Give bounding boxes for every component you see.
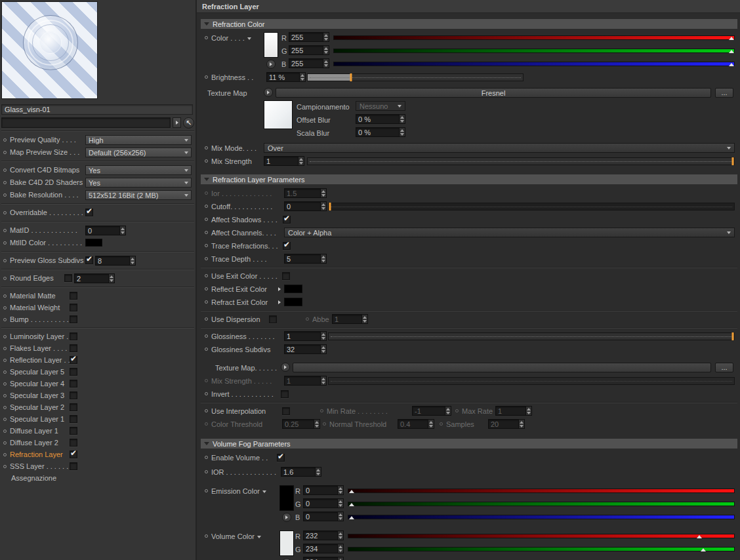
trace-refractions-checkbox[interactable] bbox=[283, 242, 291, 250]
keyframe-dot[interactable] bbox=[3, 359, 7, 362]
refract-exit-color-swatch[interactable] bbox=[284, 298, 302, 306]
spinner-arrows-icon[interactable] bbox=[320, 345, 326, 353]
spinner-arrows-icon[interactable] bbox=[108, 274, 114, 283]
keyframe-dot[interactable] bbox=[3, 294, 7, 298]
keyframe-dot[interactable] bbox=[205, 36, 208, 39]
slider-marker-icon[interactable] bbox=[701, 548, 706, 551]
keyframe-dot[interactable] bbox=[3, 181, 7, 184]
offset-blur-stepper[interactable]: 0 % bbox=[356, 114, 405, 124]
spinner-arrows-icon[interactable] bbox=[119, 226, 125, 235]
volume-ior-stepper[interactable]: 1.6 bbox=[281, 467, 321, 477]
keyframe-dot[interactable] bbox=[3, 347, 7, 350]
emission-color-swatch[interactable] bbox=[279, 485, 294, 511]
expand-button[interactable] bbox=[173, 117, 181, 128]
min-rate-stepper[interactable]: -1 bbox=[412, 406, 451, 416]
material-weight-checkbox[interactable] bbox=[70, 304, 77, 311]
keyframe-dot[interactable] bbox=[455, 409, 459, 412]
invert-checkbox[interactable] bbox=[281, 390, 289, 398]
sss-layer-checkbox[interactable] bbox=[70, 462, 77, 470]
spinner-arrows-icon[interactable] bbox=[129, 256, 135, 265]
volume-r-stepper[interactable]: 232 bbox=[303, 530, 344, 540]
b-value-stepper[interactable]: 255 bbox=[289, 58, 329, 68]
trace-depth-stepper[interactable]: 5 bbox=[284, 254, 327, 264]
spinner-arrows-icon[interactable] bbox=[320, 189, 326, 197]
bump-checkbox[interactable] bbox=[70, 315, 77, 323]
spinner-arrows-icon[interactable] bbox=[525, 407, 531, 415]
glossiness-slider[interactable] bbox=[328, 332, 735, 340]
ior-stepper[interactable]: 1.5 bbox=[284, 188, 327, 198]
keyframe-dot[interactable] bbox=[3, 318, 7, 321]
expand-triangle-icon[interactable] bbox=[278, 300, 281, 304]
preview-gloss-stepper[interactable]: 8 bbox=[95, 256, 136, 266]
spinner-arrows-icon[interactable] bbox=[337, 499, 343, 508]
keyframe-dot[interactable] bbox=[3, 382, 7, 386]
keyframe-dot[interactable] bbox=[3, 229, 7, 232]
spinner-arrows-icon[interactable] bbox=[323, 33, 329, 41]
specular-layer3-checkbox[interactable] bbox=[70, 391, 77, 399]
keyframe-dot[interactable] bbox=[205, 274, 208, 277]
pick-object-button[interactable]: ↖ bbox=[183, 117, 194, 129]
spinner-arrows-icon[interactable] bbox=[337, 512, 343, 521]
section-header-parameters[interactable]: Refraction Layer Parameters bbox=[201, 174, 737, 184]
shader-thumbnail[interactable] bbox=[264, 100, 293, 129]
mix-strength-stepper[interactable]: 1 bbox=[264, 156, 304, 166]
use-interpolation-checkbox[interactable] bbox=[282, 407, 290, 415]
texture2-options-button[interactable] bbox=[281, 363, 290, 372]
spinner-arrows-icon[interactable] bbox=[518, 420, 524, 428]
keyframe-dot[interactable] bbox=[205, 456, 208, 459]
volume-r-slider[interactable] bbox=[348, 534, 735, 538]
flakes-layer-checkbox[interactable] bbox=[70, 344, 77, 352]
sampling-select[interactable]: Nessuno bbox=[356, 101, 405, 111]
g-gradient-slider[interactable] bbox=[333, 49, 735, 53]
mix-strength2-slider[interactable] bbox=[328, 377, 735, 385]
color-options-button[interactable] bbox=[266, 60, 276, 69]
texture-options-button[interactable] bbox=[264, 88, 273, 97]
keyframe-dot[interactable] bbox=[205, 317, 208, 321]
spinner-arrows-icon[interactable] bbox=[337, 531, 343, 540]
keyframe-dot[interactable] bbox=[205, 379, 208, 382]
keyframe-dot[interactable] bbox=[205, 191, 208, 195]
texture2-shader-button[interactable] bbox=[293, 363, 711, 372]
spinner-arrows-icon[interactable] bbox=[361, 315, 367, 323]
slider-marker-icon[interactable] bbox=[349, 503, 354, 506]
slider-marker-icon[interactable] bbox=[729, 63, 734, 66]
round-edges-checkbox[interactable] bbox=[64, 274, 72, 282]
keyframe-dot[interactable] bbox=[205, 348, 208, 351]
spinner-arrows-icon[interactable] bbox=[323, 46, 329, 54]
reflection-layer-checkbox[interactable] bbox=[70, 356, 77, 364]
mix-mode-select[interactable]: Over bbox=[264, 143, 735, 153]
emission-b-stepper[interactable]: 0 bbox=[303, 511, 344, 521]
spinner-arrows-icon[interactable] bbox=[337, 544, 343, 553]
spinner-arrows-icon[interactable] bbox=[445, 407, 451, 415]
keyframe-dot[interactable] bbox=[306, 317, 309, 321]
material-name-input[interactable]: Glass_visn-01 bbox=[1, 104, 193, 115]
mix-strength2-stepper[interactable]: 1 bbox=[284, 376, 327, 386]
keyframe-dot[interactable] bbox=[3, 453, 7, 456]
volume-b-stepper[interactable]: 234 bbox=[303, 557, 344, 560]
texture2-browse-button[interactable]: ... bbox=[715, 363, 733, 372]
slider-marker-icon[interactable] bbox=[697, 535, 702, 538]
keyframe-dot[interactable] bbox=[205, 146, 208, 150]
emission-g-slider[interactable] bbox=[348, 502, 735, 506]
specular-layer5-checkbox[interactable] bbox=[70, 368, 77, 376]
samples-stepper[interactable]: 20 bbox=[488, 419, 525, 429]
bake-shaders-select[interactable]: Yes bbox=[85, 178, 192, 188]
keyframe-dot[interactable] bbox=[205, 392, 208, 395]
keyframe-dot[interactable] bbox=[205, 409, 208, 412]
specular-layer4-checkbox[interactable] bbox=[70, 380, 77, 388]
keyframe-dot[interactable] bbox=[205, 75, 208, 79]
bake-resolution-select[interactable]: 512x512 16Bit (2 MB) bbox=[85, 190, 192, 200]
spinner-arrows-icon[interactable] bbox=[320, 332, 326, 340]
diffuse-layer2-checkbox[interactable] bbox=[70, 439, 77, 447]
keyframe-dot[interactable] bbox=[3, 306, 7, 310]
specular-layer1-checkbox[interactable] bbox=[70, 415, 77, 423]
keyframe-dot[interactable] bbox=[3, 277, 7, 280]
keyframe-dot[interactable] bbox=[440, 422, 443, 426]
emission-options-button[interactable] bbox=[282, 513, 291, 522]
slider-handle[interactable] bbox=[732, 157, 734, 165]
keyframe-dot[interactable] bbox=[205, 244, 208, 247]
spinner-arrows-icon[interactable] bbox=[299, 73, 305, 81]
affect-channels-select[interactable]: Color + Alpha bbox=[284, 228, 735, 237]
matid-stepper[interactable]: 0 bbox=[85, 226, 126, 235]
emission-r-stepper[interactable]: 0 bbox=[303, 485, 344, 495]
